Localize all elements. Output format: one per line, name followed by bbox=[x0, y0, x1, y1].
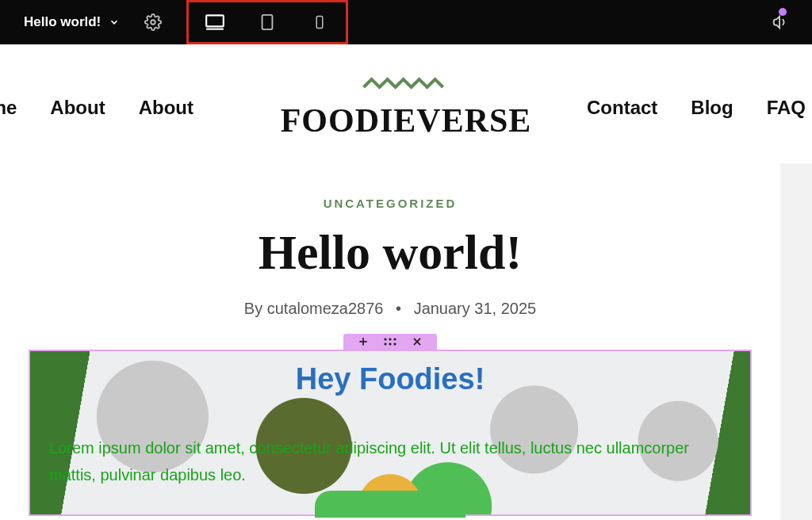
post-header: UNCATEGORIZED Hello world! By cutalomeza… bbox=[0, 197, 780, 318]
primary-nav-left: ome About About bbox=[0, 97, 193, 119]
brand-block: FOODIEVERSE bbox=[281, 76, 532, 140]
svg-point-10 bbox=[384, 342, 386, 345]
site-header: ome About About FOODIEVERSE Contact Blog… bbox=[0, 44, 812, 171]
separator-dot-icon: • bbox=[396, 300, 401, 317]
plus-icon bbox=[358, 336, 369, 347]
desktop-icon bbox=[205, 12, 225, 32]
close-icon bbox=[412, 336, 423, 347]
mobile-icon bbox=[312, 12, 327, 32]
chevron-down-icon bbox=[109, 17, 120, 28]
add-block-button[interactable] bbox=[358, 335, 369, 350]
hero-cta-button[interactable] bbox=[315, 491, 465, 518]
hero-heading[interactable]: Hey Foodies! bbox=[296, 362, 485, 396]
mobile-preview-button[interactable] bbox=[293, 0, 346, 44]
primary-nav-right: Contact Blog FAQ bbox=[587, 97, 806, 119]
post-byline: By cutalomeza2876 • January 31, 2025 bbox=[0, 300, 780, 318]
svg-point-12 bbox=[393, 342, 396, 345]
drag-block-handle[interactable] bbox=[383, 335, 397, 350]
hero-paragraph[interactable]: Lorem ipsum dolor sit amet, consectetur … bbox=[49, 434, 731, 488]
nav-item-faq[interactable]: FAQ bbox=[767, 97, 806, 119]
svg-rect-3 bbox=[262, 15, 273, 29]
desktop-preview-button[interactable] bbox=[189, 0, 241, 44]
post-category[interactable]: UNCATEGORIZED bbox=[0, 197, 780, 210]
document-switcher[interactable]: Hello world! bbox=[0, 0, 134, 44]
nav-item-about-2[interactable]: About bbox=[139, 97, 193, 119]
block-toolbar bbox=[343, 334, 437, 351]
zigzag-icon bbox=[362, 76, 450, 90]
post-date: January 31, 2025 bbox=[414, 300, 537, 317]
nav-item-contact[interactable]: Contact bbox=[587, 97, 657, 119]
gear-icon bbox=[144, 13, 162, 31]
post-title[interactable]: Hello world! bbox=[0, 224, 780, 281]
editor-canvas: UNCATEGORIZED Hello world! By cutalomeza… bbox=[0, 171, 812, 516]
nav-item-home[interactable]: ome bbox=[0, 97, 17, 119]
svg-point-7 bbox=[384, 338, 386, 340]
svg-rect-4 bbox=[317, 17, 324, 29]
svg-point-11 bbox=[389, 342, 391, 345]
svg-rect-1 bbox=[206, 15, 224, 26]
notification-dot-icon bbox=[779, 8, 787, 16]
svg-point-0 bbox=[151, 20, 156, 25]
selected-block[interactable]: Hey Foodies! Lorem ipsum dolor sit amet,… bbox=[29, 350, 752, 516]
announcements-button[interactable] bbox=[761, 0, 799, 44]
svg-point-8 bbox=[389, 338, 391, 340]
nav-item-about[interactable]: About bbox=[50, 97, 105, 119]
settings-button[interactable] bbox=[134, 0, 172, 44]
tablet-preview-button[interactable] bbox=[241, 0, 293, 44]
remove-block-button[interactable] bbox=[412, 335, 423, 350]
right-gutter bbox=[780, 163, 812, 520]
responsive-preview-group bbox=[186, 0, 348, 44]
editor-topbar: Hello world! bbox=[0, 0, 812, 44]
svg-point-9 bbox=[393, 338, 396, 340]
drag-icon bbox=[383, 336, 397, 347]
post-author[interactable]: cutalomeza2876 bbox=[267, 300, 384, 317]
nav-item-blog[interactable]: Blog bbox=[691, 97, 733, 119]
hero-block[interactable]: Hey Foodies! Lorem ipsum dolor sit amet,… bbox=[30, 351, 750, 514]
tablet-icon bbox=[259, 12, 276, 32]
megaphone-icon bbox=[772, 13, 789, 31]
by-prefix: By bbox=[244, 300, 267, 317]
document-title: Hello world! bbox=[24, 14, 101, 30]
site-title[interactable]: FOODIEVERSE bbox=[281, 101, 532, 140]
